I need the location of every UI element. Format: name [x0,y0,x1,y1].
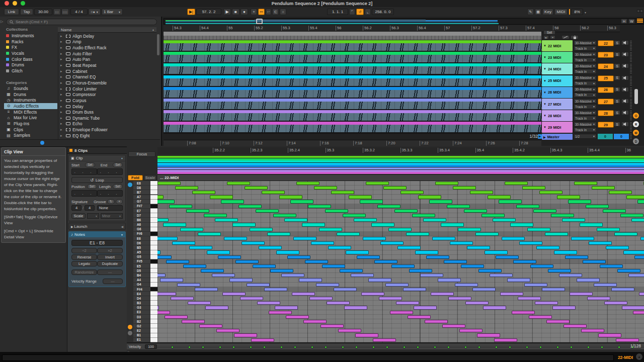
solo-button[interactable]: S [614,87,620,92]
lock-envelopes-button[interactable] [571,35,579,39]
midi-note[interactable] [182,320,205,323]
midi-note[interactable] [360,200,383,203]
midi-note[interactable] [251,338,274,342]
browser-collapse-arrow[interactable]: ▷ [1,19,6,25]
optimize-height-button[interactable]: H [621,19,627,24]
master-grid-chooser[interactable]: 1/2▼ [574,134,597,139]
device-list-item[interactable]: ▸Beat Repeat [58,62,157,68]
groove-chooser[interactable]: None [97,205,123,211]
midi-note[interactable] [361,292,384,296]
track-activator-button[interactable] [621,63,629,68]
piano-key[interactable] [150,241,157,245]
position-value-field[interactable]: . . . [71,190,97,197]
velocity-marker[interactable] [495,346,498,348]
draw-mode-button[interactable]: ✎ [527,9,534,15]
midi-note[interactable] [639,292,644,296]
track-fold-icon[interactable]: ▼ [543,103,546,106]
midi-note[interactable] [157,250,160,254]
midi-map-button[interactable]: MIDI [554,9,568,15]
midi-note[interactable] [234,333,257,337]
sidebar-item-midi-effects[interactable]: ≡MIDI Effects [4,109,57,115]
arrangement-clip[interactable] [164,43,541,51]
midi-note[interactable] [183,264,206,268]
midi-note[interactable] [533,209,556,213]
input-chooser[interactable]: Track In▼ [574,127,597,132]
play-button[interactable]: ▶ [223,9,231,15]
midi-note[interactable] [175,186,198,190]
expander-icon[interactable]: ▸ [60,75,64,79]
loop-length-field[interactable]: 258. 0. 0 [372,9,394,15]
midi-note[interactable] [157,218,169,222]
info-dot-icon[interactable] [40,141,44,145]
midi-note[interactable] [165,315,188,319]
track-activator-button[interactable] [621,87,629,92]
solo-button[interactable]: S [614,110,620,115]
arrangement-clip-lanes[interactable] [164,40,541,134]
solo-button[interactable]: S [614,40,620,45]
piano-key[interactable] [150,213,157,218]
midi-note[interactable] [380,241,404,245]
arm-button[interactable]: 27 [598,99,614,105]
midi-note[interactable] [287,255,310,259]
midi-note[interactable] [279,195,302,199]
start-value-field[interactable]: . . . [71,168,97,175]
velocity-marker[interactable] [372,346,375,348]
signature-numerator-field[interactable]: 4 [71,205,82,211]
clip-section-title[interactable]: ▣ Clip ▼ [69,155,125,161]
midi-note[interactable] [192,191,215,194]
velocity-marker[interactable] [342,346,344,348]
device-list-item[interactable]: ▸Auto Filter [58,51,157,57]
piano-key[interactable] [150,296,157,301]
solo-button[interactable]: S [614,63,620,68]
midi-note[interactable] [539,191,562,194]
device-list-item[interactable]: ▸Channel EQ [58,74,157,80]
piano-key[interactable] [150,232,157,236]
randomize-amount-field[interactable]: --- [97,269,123,275]
arrangement-clip[interactable] [164,90,541,98]
piano-key[interactable] [150,287,157,292]
device-list-item[interactable]: ▸Envelope Follower [58,127,157,133]
midi-note[interactable] [171,297,194,300]
midi-note[interactable] [221,200,244,203]
midi-note[interactable] [349,195,372,199]
sidebar-item-drums[interactable]: ▦Drums [4,92,57,98]
midi-note[interactable] [385,283,409,287]
midi-note[interactable] [391,264,415,268]
loop-toggle-button[interactable]: ↺ Loop [71,177,123,183]
input-chooser[interactable]: Track In▼ [574,93,597,98]
invert-button[interactable]: Invert [97,254,123,260]
sidebar-item-plug-ins[interactable]: ⊞Plug-Ins [4,121,57,127]
sidebar-item-sounds[interactable]: ♫Sounds [4,85,57,92]
midi-note[interactable] [308,205,331,208]
midi-note[interactable] [562,218,585,222]
randomize-button[interactable]: Randomize [71,269,97,275]
arrangement-overview[interactable] [164,18,644,25]
midi-note[interactable] [512,311,535,314]
midi-note[interactable] [264,288,287,291]
midi-note[interactable] [357,255,380,259]
midi-note[interactable] [614,232,637,236]
midi-note[interactable] [425,320,448,323]
piano-key[interactable] [150,324,157,328]
midi-note[interactable] [431,292,454,296]
midi-note[interactable] [275,306,298,309]
device-list-item[interactable]: ▸Echo [58,121,157,127]
loop-marker-icon[interactable] [128,325,132,329]
midi-note[interactable] [305,260,328,263]
arm-button[interactable]: 28 [598,110,614,116]
midi-note[interactable] [565,255,588,259]
midi-note[interactable] [535,301,558,305]
midi-note[interactable] [598,333,621,337]
collection-item[interactable]: Racks [4,39,57,45]
chevron-down-icon[interactable]: ▼ [121,157,123,160]
piano-key[interactable] [150,306,157,310]
collection-item[interactable]: FX [4,44,57,50]
midi-note[interactable] [270,269,293,273]
midi-note[interactable] [628,274,644,277]
midi-note[interactable] [475,232,499,236]
midi-note[interactable] [303,320,327,323]
midi-note[interactable] [195,288,218,291]
collection-item[interactable]: Vocals [4,50,57,56]
device-list-item[interactable]: ▸Auto Pan [58,57,157,63]
track-fold-icon[interactable]: ▼ [543,67,546,70]
